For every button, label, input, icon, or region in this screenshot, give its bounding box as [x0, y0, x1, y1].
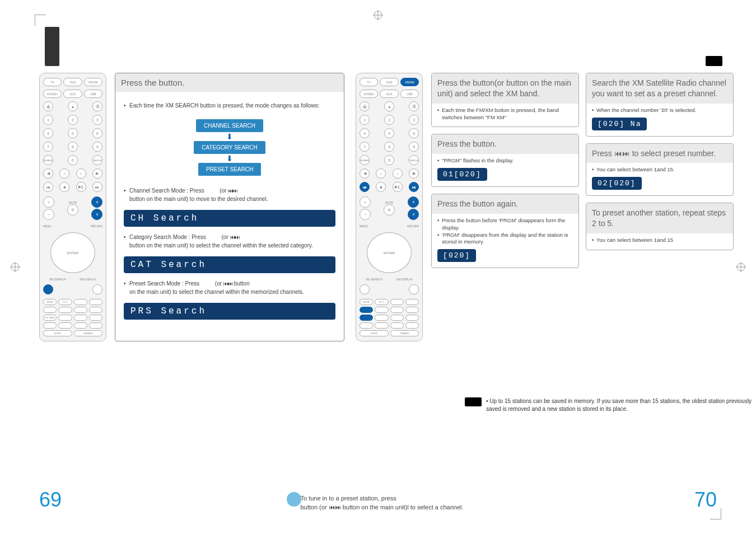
remote-btn: TV: [43, 78, 62, 86]
remote-btn: DVD: [63, 78, 82, 86]
lcd-display: PRS Search: [124, 303, 335, 320]
remote-btn: AUX: [380, 90, 398, 98]
note-icon: [465, 397, 482, 406]
step-1: Press the button(or button on the main u…: [431, 73, 579, 127]
lcd-display: 02[020]: [592, 177, 642, 190]
page-marker: [45, 27, 59, 66]
remote-btn: DVD: [380, 78, 398, 86]
page-marker: [706, 56, 722, 66]
registration-mark-left: [10, 262, 20, 272]
mode-cycle-note: Each time the XM SEARCH button is presse…: [124, 102, 335, 110]
remote-btn: AUX: [63, 90, 82, 98]
lcd-display: 01[020]: [437, 168, 487, 181]
category-search-desc: Category Search Mode : Press (or ⏮⏭ butt…: [124, 233, 335, 250]
preset-search-desc: Preset Search Mode : Press (or ⏮⏭ button…: [124, 280, 335, 296]
tuning-down-highlight: ∨: [408, 209, 419, 220]
step-note: Press the button before 'PRGM' disappear…: [437, 217, 573, 232]
page-number-left: 69: [39, 488, 62, 512]
step-heading: Press the button.: [432, 134, 578, 154]
step-note: "PRGM" flashes in the display.: [437, 157, 573, 165]
fm-xm-highlight: FM/XM: [400, 78, 419, 86]
step-heading: Press the button(or button on the main u…: [432, 73, 578, 104]
tuning-down-highlight: ∨: [91, 209, 102, 220]
note-text: Up to 15 stations can be saved in memory…: [486, 397, 756, 413]
footer: 69 To tune in to a preset station, press…: [0, 488, 756, 512]
mode-pill: CHANNEL SEARCH: [196, 119, 263, 132]
lcd-display: CAT Search: [124, 256, 335, 273]
page-right: TV DVD FM/XM DVIDEO AUX USB ⏻▲⦿ 123 456 …: [356, 73, 734, 341]
note-box: Up to 15 stations can be saved in memory…: [465, 397, 756, 413]
step-note: You can select between 1and 15.: [592, 166, 727, 174]
registration-mark-top: [373, 10, 383, 20]
step-6: To preset another station, repeat steps …: [586, 203, 734, 250]
step-heading: Press the button again.: [432, 194, 578, 214]
step-note: Each time the FM/XM button is pressed, t…: [437, 107, 573, 121]
registration-mark-right: [736, 262, 746, 272]
remote-btn: USB: [84, 90, 102, 98]
footer-tip: To tune in to a preset station, press bu…: [292, 494, 463, 512]
channel-search-desc: Channel Search Mode : Press (or ⏮⏭ butto…: [124, 187, 335, 203]
step-3: Press the button. "PRGM" flashes in the …: [431, 134, 579, 187]
step-4: Press ⏮⏭ to select preset number. You ca…: [586, 143, 734, 196]
remote-dpad: [367, 232, 412, 273]
page-number-right: 70: [694, 488, 717, 512]
xm-search-highlight: [43, 284, 53, 294]
lcd-display: CH Search: [124, 210, 335, 227]
page-spread: TV DVD FM/XM DVIDEO AUX USB ⏻▲⦿ 123 456 …: [0, 0, 756, 341]
page-left: TV DVD FM/XM DVIDEO AUX USB ⏻▲⦿ 123 456 …: [39, 73, 344, 341]
step-5: Press the button again. Press the button…: [431, 194, 579, 268]
skip-icon: ⏮⏭: [230, 234, 239, 240]
step-heading: To preset another station, repeat steps …: [586, 203, 733, 233]
tuning-up-highlight: ∧: [408, 196, 419, 208]
tuner-memory-highlight: [360, 307, 373, 313]
step-2: Search the XM Satellite Radio channel yo…: [586, 73, 734, 137]
remote-btn: DVIDEO: [360, 90, 378, 98]
lcd-display: [020]: [437, 249, 476, 262]
tip-bullet-icon: [287, 492, 301, 507]
crop-mark: [35, 15, 46, 26]
remote-btn: USB: [400, 90, 419, 98]
skip-next-highlight: ⏭: [409, 182, 419, 192]
step-heading: Press ⏮⏭ to select preset number.: [586, 144, 733, 163]
tuning-up-highlight: ∧: [91, 196, 102, 208]
remote-illustration-right: TV DVD FM/XM DVIDEO AUX USB ⏻▲⦿ 123 456 …: [356, 73, 423, 341]
skip-icon: ⏮⏭: [228, 188, 237, 194]
skip-icon: ⏮⏭: [223, 280, 232, 287]
remote-btn: DVIDEO: [43, 90, 62, 98]
step-note: 'PRGM' disappears from the display and t…: [437, 232, 573, 246]
remote-btn: TV: [360, 78, 378, 86]
preset-steps: Press the button(or button on the main u…: [431, 73, 734, 341]
mode-flow-diagram: CHANNEL SEARCH ⬇ CATEGORY SEARCH ⬇ PRESE…: [124, 119, 335, 176]
step-note: When the channel number '20' is selected…: [592, 107, 727, 114]
remote-illustration-left: TV DVD FM/XM DVIDEO AUX USB ⏻▲⦿ 123 456 …: [39, 73, 106, 341]
skip-prev-highlight: ⏮: [360, 182, 370, 192]
xm-search-mode-box: Press the button. Each time the XM SEARC…: [115, 73, 344, 341]
step-note: You can select between 1and 15: [592, 237, 727, 244]
step-heading: Search the XM Satellite Radio channel yo…: [586, 73, 733, 104]
step-heading: Press the button.: [115, 73, 344, 92]
remote-dpad: [50, 232, 95, 273]
highlight: [360, 315, 373, 321]
arrow-down-icon: ⬇: [226, 156, 233, 161]
mode-pill: PRESET SEARCH: [198, 163, 261, 176]
mode-pill: CATEGORY SEARCH: [194, 141, 265, 154]
arrow-down-icon: ⬇: [226, 134, 233, 139]
remote-btn: FM/XM: [84, 78, 102, 86]
lcd-display: [020] Na: [592, 118, 647, 130]
